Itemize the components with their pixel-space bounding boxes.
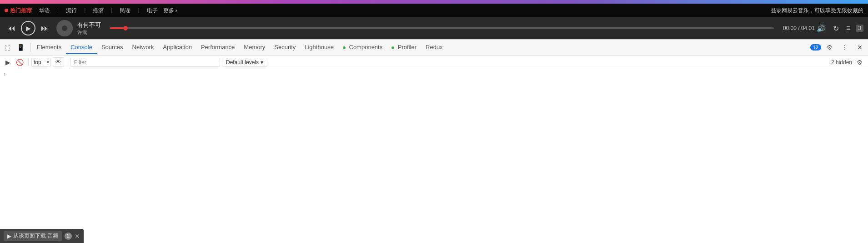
current-time: 00:00 [783,25,797,31]
hot-dot-icon [5,9,8,12]
banner-tab-0[interactable]: 华语 [39,7,50,15]
tab-console[interactable]: Console [66,41,97,54]
banner-sep-0: | [57,7,59,15]
console-settings-button[interactable]: ⚙ [855,58,864,67]
context-select[interactable]: top [31,58,51,67]
loop-icon: ↻ [833,25,839,32]
bottom-bar-close-button[interactable]: ✕ [75,233,80,240]
close-icon: ✕ [857,44,863,51]
levels-arrow-icon: ▾ [261,59,263,66]
progress-dot [123,26,128,30]
banner-tabs: 华语 | 流行 | 摇滚 | 民谣 | 电子 [39,7,158,15]
stop-button[interactable]: 🚫 [14,58,25,67]
hidden-count: 2 hidden [831,59,852,66]
player-controls: ⏮ ▶ ⏭ 有何不可 许嵩 00:00 / [0,17,868,39]
devtools-more-button[interactable]: ⋮ [839,42,851,53]
devtools-close-button[interactable]: ✕ [854,42,865,53]
bottom-download-bar: ▶ 从该页面下载 音频 2 ✕ [0,229,84,243]
top-gradient-bar [0,0,868,4]
more-icon: ⋮ [842,44,848,51]
banner-more[interactable]: 更多 › [163,7,177,15]
console-prompt[interactable]: › [0,69,868,79]
toolbar-sep-2 [67,59,67,66]
tab-components-label: Components [349,44,383,51]
album-art [56,20,73,36]
banner-sep-1: | [84,7,85,15]
play-button[interactable]: ▶ [21,21,35,35]
clear-console-button[interactable]: ▶ [4,58,12,67]
next-button[interactable]: ⏭ [41,24,49,33]
download-audio-button[interactable]: ▶ 从该页面下载 音频 [4,231,62,241]
hot-label: 热门推荐 [10,7,32,15]
filter-input[interactable] [70,58,220,67]
time-display: 00:00 / 04:01 [783,25,815,31]
eye-button[interactable]: 👁 [53,57,64,67]
tab-bar-separator [30,43,30,52]
tab-lighthouse[interactable]: Lighthouse [300,41,338,54]
progress-bar[interactable] [110,27,774,29]
play-icon: ▶ [26,25,31,32]
download-label: 从该页面下载 音频 [13,232,58,240]
banner-more-icon: › [176,7,177,14]
song-info: 有何不可 许嵩 [77,21,101,36]
device-icon: 📱 [17,44,25,51]
player-banner: 热门推荐 华语 | 流行 | 摇滚 | 民谣 | 电子 更多 › 登录网易云音乐… [0,4,868,17]
prev-icon: ⏮ [7,24,15,33]
tab-performance[interactable]: Performance [196,41,239,54]
banner-more-label: 更多 [163,7,174,14]
song-title: 有何不可 [77,21,101,29]
banner-sep-2: | [111,7,112,15]
tab-network[interactable]: Network [128,41,159,54]
tab-sources[interactable]: Sources [97,41,128,54]
tab-profiler[interactable]: Profiler [387,41,421,54]
components-dot [343,46,346,49]
default-levels-label: Default levels [226,59,259,66]
banner-login[interactable]: 登录网易云音乐，可以享受无限收藏的 [771,7,863,15]
error-badge: 12 [810,44,821,51]
total-time: 04:01 [801,25,815,31]
devtools-tab-bar: ⬚ 📱 Elements Console Sources Network App… [0,40,868,56]
volume-button[interactable]: 🔊 [815,22,828,35]
loop-button[interactable]: ↻ [831,22,841,35]
inspect-element-button[interactable]: ⬚ [2,42,13,53]
playlist-button[interactable]: ≡ [844,22,852,34]
next-icon: ⏭ [41,24,49,33]
playlist-count: 3 [856,25,863,32]
volume-icon: 🔊 [817,25,826,32]
banner-tab-1[interactable]: 流行 [66,7,77,15]
device-toggle-button[interactable]: 📱 [14,42,27,53]
tab-application[interactable]: Application [158,41,196,54]
console-content: › [0,69,868,223]
play-small-icon: ▶ [7,233,11,239]
playlist-icon: ≡ [846,24,850,32]
banner-tab-3[interactable]: 民谣 [120,7,130,15]
devtools-settings-button[interactable]: ⚙ [824,42,835,53]
devtools-right-controls: 12 ⚙ ⋮ ✕ [810,42,866,53]
prev-button[interactable]: ⏮ [7,24,15,33]
devtools-panel: ⬚ 📱 Elements Console Sources Network App… [0,39,868,223]
song-artist: 许嵩 [77,29,101,36]
default-levels-button[interactable]: Default levels ▾ [222,58,267,67]
banner-sep-3: | [138,7,139,15]
inspect-icon: ⬚ [5,44,10,51]
banner-tab-4[interactable]: 电子 [147,7,158,15]
progress-fill [110,27,123,29]
player-right-controls: 🔊 ↻ ≡ 3 [815,22,863,35]
download-badge: 2 [65,233,72,240]
tab-memory[interactable]: Memory [239,41,270,54]
console-settings-icon: ⚙ [857,59,863,66]
tab-redux[interactable]: Redux [421,41,447,54]
profiler-dot [391,46,394,49]
tab-components[interactable]: Components [338,41,387,54]
toolbar-sep-1 [28,59,29,66]
console-toolbar: ▶ 🚫 top ▾ 👁 Default levels ▾ 2 hidden ⚙ [0,56,868,69]
progress-area[interactable] [110,27,774,29]
settings-icon: ⚙ [827,44,833,51]
music-player-area: 热门推荐 华语 | 流行 | 摇滚 | 民谣 | 电子 更多 › 登录网易云音乐… [0,4,868,39]
banner-tab-2[interactable]: 摇滚 [93,7,104,15]
tab-profiler-label: Profiler [398,44,416,51]
tab-security[interactable]: Security [270,41,300,54]
tab-elements[interactable]: Elements [32,41,66,54]
eye-icon: 👁 [55,59,61,66]
clear-icon: ▶ [5,59,10,66]
